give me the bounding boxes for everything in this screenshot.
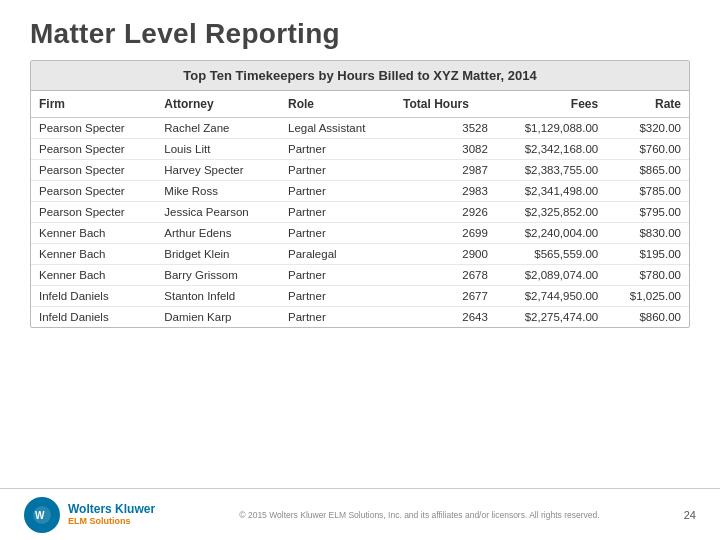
table-cell: Pearson Specter	[31, 118, 156, 139]
table-row: Pearson SpecterHarvey SpecterPartner2987…	[31, 160, 689, 181]
table-cell: 2699	[395, 223, 496, 244]
table-cell: Kenner Bach	[31, 265, 156, 286]
footer-copyright: © 2015 Wolters Kluwer ELM Solutions, Inc…	[155, 510, 684, 520]
table-row: Pearson SpecterRachel ZaneLegal Assistan…	[31, 118, 689, 139]
table-cell: $2,275,474.00	[496, 307, 606, 328]
table-cell: 2926	[395, 202, 496, 223]
table-container: Top Ten Timekeepers by Hours Billed to X…	[30, 60, 690, 328]
table-cell: Kenner Bach	[31, 223, 156, 244]
table-cell: $2,383,755.00	[496, 160, 606, 181]
col-hours: Total Hours	[395, 91, 496, 118]
table-cell: $2,089,074.00	[496, 265, 606, 286]
table-subtitle: Top Ten Timekeepers by Hours Billed to X…	[31, 61, 689, 91]
table-cell: $2,325,852.00	[496, 202, 606, 223]
col-fees: Fees	[496, 91, 606, 118]
table-cell: Paralegal	[280, 244, 395, 265]
table-cell: Infeld Daniels	[31, 307, 156, 328]
table-cell: Rachel Zane	[156, 118, 280, 139]
col-role: Role	[280, 91, 395, 118]
logo-icon: W	[31, 504, 53, 526]
table-row: Pearson SpecterLouis LittPartner3082$2,3…	[31, 139, 689, 160]
svg-text:W: W	[35, 510, 45, 521]
table-cell: 2987	[395, 160, 496, 181]
table-cell: 2900	[395, 244, 496, 265]
logo-text: Wolters Kluwer ELM Solutions	[68, 502, 155, 527]
table-cell: 2643	[395, 307, 496, 328]
col-attorney: Attorney	[156, 91, 280, 118]
table-cell: $795.00	[606, 202, 689, 223]
table-cell: Jessica Pearson	[156, 202, 280, 223]
table-cell: 2678	[395, 265, 496, 286]
main-content: Top Ten Timekeepers by Hours Billed to X…	[0, 60, 720, 328]
col-rate: Rate	[606, 91, 689, 118]
table-cell: Harvey Specter	[156, 160, 280, 181]
logo-name: Wolters Kluwer	[68, 502, 155, 516]
table-cell: $830.00	[606, 223, 689, 244]
table-cell: Pearson Specter	[31, 160, 156, 181]
table-cell: 3528	[395, 118, 496, 139]
table-cell: Legal Assistant	[280, 118, 395, 139]
table-cell: Louis Litt	[156, 139, 280, 160]
table-cell: Infeld Daniels	[31, 286, 156, 307]
table-cell: $565,559.00	[496, 244, 606, 265]
table-cell: 3082	[395, 139, 496, 160]
table-row: Infeld DanielsDamien KarpPartner2643$2,2…	[31, 307, 689, 328]
table-cell: $320.00	[606, 118, 689, 139]
table-row: Kenner BachArthur EdensPartner2699$2,240…	[31, 223, 689, 244]
table-cell: Partner	[280, 286, 395, 307]
table-cell: $2,240,004.00	[496, 223, 606, 244]
table-cell: 2677	[395, 286, 496, 307]
footer: W Wolters Kluwer ELM Solutions © 2015 Wo…	[0, 488, 720, 540]
footer-page-number: 24	[684, 509, 696, 521]
table-cell: $780.00	[606, 265, 689, 286]
footer-logo: W Wolters Kluwer ELM Solutions	[24, 497, 155, 533]
table-row: Pearson SpecterMike RossPartner2983$2,34…	[31, 181, 689, 202]
table-cell: $195.00	[606, 244, 689, 265]
table-cell: $2,341,498.00	[496, 181, 606, 202]
table-row: Kenner BachBarry GrissomPartner2678$2,08…	[31, 265, 689, 286]
table-cell: $1,025.00	[606, 286, 689, 307]
table-cell: $865.00	[606, 160, 689, 181]
logo-circle: W	[24, 497, 60, 533]
table-cell: Partner	[280, 307, 395, 328]
table-cell: Kenner Bach	[31, 244, 156, 265]
table-cell: Bridget Klein	[156, 244, 280, 265]
table-cell: $2,342,168.00	[496, 139, 606, 160]
table-cell: $860.00	[606, 307, 689, 328]
table-cell: Pearson Specter	[31, 202, 156, 223]
table-cell: $785.00	[606, 181, 689, 202]
table-cell: Mike Ross	[156, 181, 280, 202]
table-cell: Partner	[280, 265, 395, 286]
logo-sub: ELM Solutions	[68, 516, 155, 527]
table-row: Kenner BachBridget KleinParalegal2900$56…	[31, 244, 689, 265]
data-table: Firm Attorney Role Total Hours Fees Rate…	[31, 91, 689, 327]
table-cell: Barry Grissom	[156, 265, 280, 286]
table-cell: Pearson Specter	[31, 181, 156, 202]
col-firm: Firm	[31, 91, 156, 118]
table-cell: Partner	[280, 160, 395, 181]
table-cell: Arthur Edens	[156, 223, 280, 244]
table-row: Pearson SpecterJessica PearsonPartner292…	[31, 202, 689, 223]
table-row: Infeld DanielsStanton InfeldPartner2677$…	[31, 286, 689, 307]
table-cell: Partner	[280, 223, 395, 244]
table-cell: $1,129,088.00	[496, 118, 606, 139]
table-cell: Pearson Specter	[31, 139, 156, 160]
table-cell: Damien Karp	[156, 307, 280, 328]
table-cell: $2,744,950.00	[496, 286, 606, 307]
page-title: Matter Level Reporting	[0, 0, 720, 60]
table-cell: Partner	[280, 139, 395, 160]
table-cell: $760.00	[606, 139, 689, 160]
table-cell: Stanton Infeld	[156, 286, 280, 307]
table-header-row: Firm Attorney Role Total Hours Fees Rate	[31, 91, 689, 118]
table-cell: Partner	[280, 202, 395, 223]
table-cell: 2983	[395, 181, 496, 202]
table-cell: Partner	[280, 181, 395, 202]
